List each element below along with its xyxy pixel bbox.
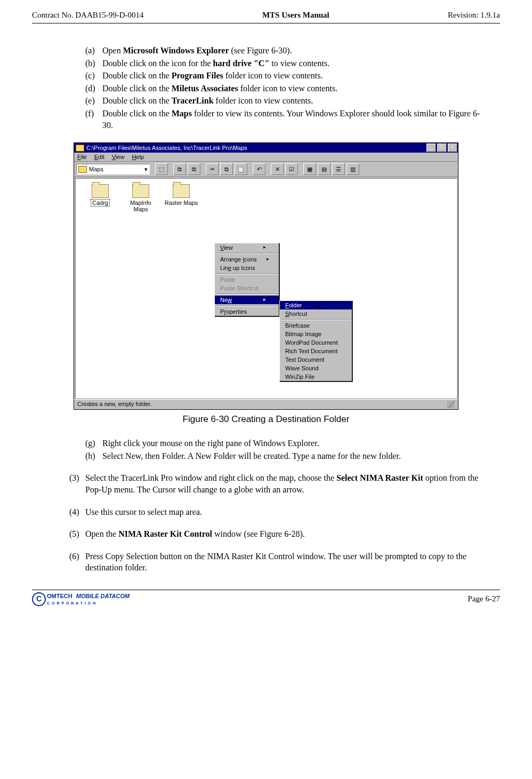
- list-item: (e)Double click on the TracerLink folder…: [85, 95, 484, 107]
- menu-edit[interactable]: Edit: [94, 154, 104, 160]
- folder-icon: [132, 184, 149, 198]
- ctx-line-up-icons[interactable]: Line up Icons: [215, 264, 279, 272]
- figure-caption: Figure 6-30 Creating a Destination Folde…: [32, 414, 500, 425]
- titlebar[interactable]: C:\Program Files\Miletus Associates, Inc…: [74, 143, 458, 153]
- ctx-properties[interactable]: Properties: [215, 307, 279, 316]
- ctx-new-briefcase[interactable]: Briefcase: [280, 321, 352, 330]
- toolbar: Maps ▾ ⬚ ⧉ ⧉ ✂ ⧉ 📋 ↶ ✕ ☑ ▦ ▤ ☰ ▥: [74, 162, 458, 177]
- titlebar-text: C:\Program Files\Miletus Associates, Inc…: [86, 145, 247, 151]
- folder-icon: [173, 184, 190, 198]
- steps-gh: (g)Right click your mouse on the right p…: [85, 438, 484, 462]
- cursor-icon: ↖: [316, 303, 322, 311]
- disconnect-drive-button[interactable]: ⧉: [188, 163, 200, 175]
- status-text: Creates a new, empty folder.: [77, 401, 151, 408]
- ctx-new-winzip[interactable]: WinZip File: [280, 372, 352, 381]
- page-footer: C OMTECH MOBILE DATACOM C O R P O R A T …: [32, 592, 500, 611]
- logo-text-1: OMTECH: [47, 593, 72, 599]
- paste-button[interactable]: 📋: [235, 163, 247, 175]
- list-item: (4)Use this cursor to select map area.: [69, 506, 489, 518]
- list-item: (d)Double click on the Miletus Associate…: [85, 83, 484, 94]
- list-item: (h)Select New, then Folder. A New Folder…: [85, 450, 484, 462]
- statusbar: Creates a new, empty folder.: [74, 399, 458, 409]
- folder-icon: [92, 184, 109, 198]
- delete-button[interactable]: ✕: [271, 163, 284, 175]
- ctx-new-txt[interactable]: Text Document: [280, 355, 352, 364]
- footer-rule: [32, 590, 500, 590]
- cut-button[interactable]: ✂: [206, 163, 219, 175]
- minimize-button[interactable]: _: [426, 144, 436, 152]
- logo-text-2: MOBILE DATACOM: [76, 593, 130, 599]
- list-item: (5)Open the NIMA Raster Kit Control wind…: [69, 528, 489, 540]
- ctx-arrange-icons[interactable]: Arrange Icons▸: [215, 255, 279, 264]
- up-one-level-button[interactable]: ⬚: [155, 163, 168, 175]
- list-item: (3)Select the TracerLink Pro window and …: [69, 472, 489, 495]
- explorer-window: C:\Program Files\Miletus Associates, Inc…: [74, 142, 458, 410]
- resize-grip-icon[interactable]: [447, 401, 455, 408]
- ctx-new[interactable]: New▸: [215, 296, 279, 304]
- menubar: File Edit View Help: [74, 153, 458, 162]
- list-item: (6)Press Copy Selection button on the NI…: [69, 551, 489, 574]
- menu-help[interactable]: Help: [132, 154, 144, 160]
- address-folder-icon: [78, 166, 87, 173]
- close-button[interactable]: ×: [448, 144, 457, 152]
- ctx-paste: Paste: [215, 275, 279, 284]
- address-label: Maps: [89, 166, 103, 172]
- list-button[interactable]: ☰: [332, 163, 345, 175]
- folder-content-pane[interactable]: View▸ Arrange Icons▸ Line up Icons Paste…: [75, 178, 457, 398]
- logo-globe-icon: C: [32, 592, 46, 606]
- ctx-new-rtf[interactable]: Rich Text Document: [280, 347, 352, 355]
- ctx-view[interactable]: View▸: [215, 243, 279, 252]
- maximize-button[interactable]: □: [437, 144, 447, 152]
- page-number: Page 6-27: [468, 594, 500, 603]
- numbered-steps: (3)Select the TracerLink Pro window and …: [69, 472, 489, 574]
- list-item: (c)Double click on the Program Files fol…: [85, 70, 484, 82]
- folder-item[interactable]: Raster Maps: [162, 184, 200, 206]
- page-header: Contract No. DAAB15-99-D-0014 MTS Users …: [32, 11, 500, 20]
- address-box[interactable]: Maps ▾: [76, 164, 150, 174]
- ctx-paste-shortcut: Paste Shortcut: [215, 284, 279, 292]
- menu-file[interactable]: File: [77, 154, 87, 160]
- titlebar-folder-icon: [76, 145, 84, 152]
- small-icons-button[interactable]: ▤: [318, 163, 331, 175]
- undo-button[interactable]: ↶: [253, 163, 265, 175]
- header-right: Revision: 1.9.1a: [448, 11, 500, 20]
- details-button[interactable]: ▥: [346, 163, 359, 175]
- properties-button[interactable]: ☑: [285, 163, 298, 175]
- list-item: (g)Right click your mouse on the right p…: [85, 438, 484, 449]
- list-item: (a)Open Microsoft Windows Explorer (see …: [85, 45, 484, 57]
- copy-button[interactable]: ⧉: [220, 163, 233, 175]
- folder-item[interactable]: Cadrg: [81, 184, 119, 206]
- folder-item[interactable]: MapInfo Maps: [122, 184, 160, 212]
- map-drive-button[interactable]: ⧉: [173, 163, 186, 175]
- context-submenu-new: Folder Shortcut Briefcase Bitmap Image W…: [279, 300, 352, 381]
- list-item: (b)Double click on the icon for the hard…: [85, 58, 484, 69]
- company-logo: C OMTECH MOBILE DATACOM C O R P O R A T …: [32, 592, 130, 606]
- header-rule: [32, 23, 500, 23]
- large-icons-button[interactable]: ▦: [303, 163, 316, 175]
- dropdown-icon[interactable]: ▾: [144, 166, 148, 173]
- menu-view[interactable]: View: [112, 154, 125, 160]
- steps-list: (a)Open Microsoft Windows Explorer (see …: [85, 45, 484, 131]
- logo-text-3: C O R P O R A T I O N: [47, 601, 96, 605]
- context-menu: View▸ Arrange Icons▸ Line up Icons Paste…: [214, 243, 279, 316]
- list-item: (f)Double click on the Maps folder to vi…: [85, 108, 484, 131]
- ctx-new-wave[interactable]: Wave Sound: [280, 364, 352, 372]
- header-left: Contract No. DAAB15-99-D-0014: [32, 11, 144, 20]
- header-center: MTS Users Manual: [262, 11, 329, 20]
- ctx-new-bitmap[interactable]: Bitmap Image: [280, 330, 352, 338]
- ctx-new-wordpad[interactable]: WordPad Document: [280, 338, 352, 347]
